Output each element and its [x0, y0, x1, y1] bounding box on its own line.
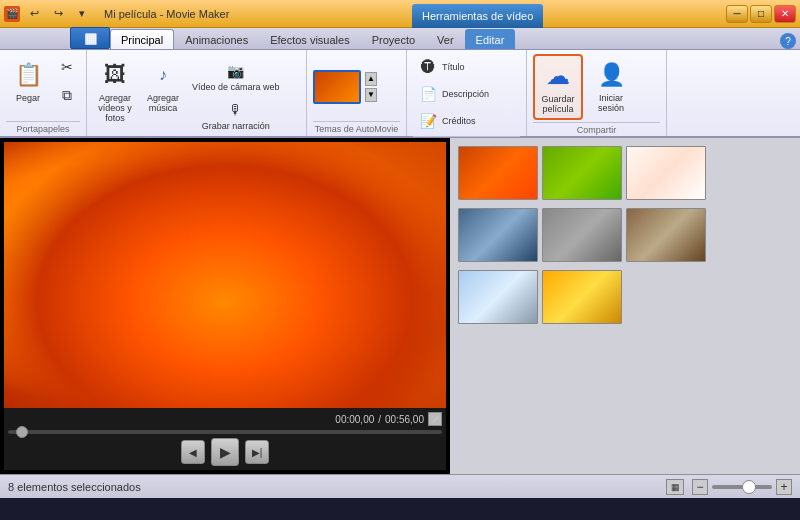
time-current: 00:00,00	[335, 414, 374, 425]
tab-editar[interactable]: Editar	[465, 29, 516, 49]
ribbon: 📋 Pegar ✂ ⧉ Portapapeles 🖼 Agregar vídeo…	[0, 50, 800, 138]
thumb-tulips[interactable]	[542, 270, 622, 324]
next-frame-button[interactable]: ▶|	[245, 440, 269, 464]
app-icon: 🎬	[4, 6, 20, 22]
redo-button[interactable]: ↪	[48, 5, 68, 23]
creditos-icon: 📝	[418, 111, 438, 131]
play-button[interactable]: ▶	[211, 438, 239, 466]
time-separator: /	[378, 414, 381, 425]
ribbon-section-compartir: ☁ Guardar película 👤 Iniciar sesión Comp…	[527, 50, 667, 136]
ribbon-tabs: ▦ Principal Animaciones Efectos visuales…	[0, 28, 800, 50]
thumb-jellyfish[interactable]	[458, 208, 538, 262]
music-icon: ♪	[147, 59, 179, 91]
creditos-button[interactable]: 📝 Créditos	[413, 108, 520, 134]
progress-bar[interactable]	[8, 430, 442, 434]
timeline-view-button[interactable]: ▦	[666, 479, 684, 495]
descripcion-icon: 📄	[418, 84, 438, 104]
titulo-icon: 🅣	[418, 57, 438, 77]
user-icon: 👤	[595, 59, 627, 91]
video-photos-icon: 🖼	[99, 59, 131, 91]
video-camara-button[interactable]: 📷 Vídeo de cámara web	[189, 58, 283, 95]
flower-image	[4, 142, 446, 408]
zoom-slider[interactable]	[712, 485, 772, 489]
descripcion-button[interactable]: 📄 Descripción	[413, 81, 520, 107]
automovie-nav-down[interactable]: ▼	[365, 88, 377, 102]
copy-button[interactable]: ⧉	[54, 82, 80, 108]
zoom-in-button[interactable]: +	[776, 479, 792, 495]
webcam-icon: 📷	[226, 61, 246, 81]
selection-status: 8 elementos seleccionados	[8, 481, 141, 493]
pegar-button[interactable]: 📋 Pegar	[6, 54, 50, 108]
agregar-musica-button[interactable]: ♪ Agregar música	[141, 54, 185, 118]
zoom-thumb[interactable]	[742, 480, 756, 494]
video-preview: 00:00,00 / 00:56,00 ⤢ ◀ ▶ ▶|	[0, 138, 450, 474]
microphone-icon: 🎙	[226, 100, 246, 120]
ribbon-section-portapapeles: 📋 Pegar ✂ ⧉ Portapapeles	[0, 50, 87, 136]
thumb-flower-green[interactable]	[542, 146, 622, 200]
title-bar: 🎬 ↩ ↪ ▾ Mi película - Movie Maker Herram…	[0, 0, 800, 28]
playback-controls: ◀ ▶ ▶|	[8, 438, 442, 466]
copy-icon: ⧉	[57, 85, 77, 105]
thumb-castle[interactable]	[626, 208, 706, 262]
tab-proyecto[interactable]: Proyecto	[361, 29, 426, 49]
tab-animaciones[interactable]: Animaciones	[174, 29, 259, 49]
thumb-koala[interactable]	[542, 208, 622, 262]
ribbon-section-edicion: 🅣 Título 📄 Descripción 📝 Créditos Edició…	[407, 50, 527, 136]
video-controls: 00:00,00 / 00:56,00 ⤢ ◀ ▶ ▶|	[4, 408, 446, 470]
tab-ver[interactable]: Ver	[426, 29, 465, 49]
zoom-out-button[interactable]: −	[692, 479, 708, 495]
agregar-videos-button[interactable]: 🖼 Agregar vídeos y fotos	[93, 54, 137, 128]
titulo-button[interactable]: 🅣 Título	[413, 54, 520, 80]
app-menu-button[interactable]: ▦	[70, 27, 110, 49]
window-title: Mi película - Movie Maker	[104, 8, 229, 20]
maximize-button[interactable]: □	[750, 5, 772, 23]
thumb-row-1	[458, 146, 792, 200]
zoom-control: − +	[692, 479, 792, 495]
cut-icon: ✂	[57, 57, 77, 77]
minimize-button[interactable]: ─	[726, 5, 748, 23]
thumb-penguins[interactable]	[458, 270, 538, 324]
title-bar-left: 🎬 ↩ ↪ ▾ Mi película - Movie Maker	[4, 5, 229, 23]
thumb-flower-white[interactable]	[626, 146, 706, 200]
undo-button[interactable]: ↩	[24, 5, 44, 23]
herramientas-label: Herramientas de vídeo	[412, 4, 543, 28]
iniciar-sesion-button[interactable]: 👤 Iniciar sesión	[589, 54, 633, 118]
thumb-row-3	[458, 270, 792, 324]
thumbnail-panel	[450, 138, 800, 474]
automovie-nav-up[interactable]: ▲	[365, 72, 377, 86]
ribbon-section-temas: ▲ ▼ Temas de AutoMovie	[307, 50, 407, 136]
cut-button[interactable]: ✂	[54, 54, 80, 80]
tab-principal[interactable]: Principal	[110, 29, 174, 49]
thumb-row-2	[458, 208, 792, 262]
paste-icon: 📋	[12, 59, 44, 91]
close-button[interactable]: ✕	[774, 5, 796, 23]
automovie-thumb-selected[interactable]	[313, 70, 361, 104]
help-button[interactable]: ?	[780, 33, 796, 49]
tab-efectos-visuales[interactable]: Efectos visuales	[259, 29, 360, 49]
video-canvas	[4, 142, 446, 408]
progress-thumb[interactable]	[16, 426, 28, 438]
prev-frame-button[interactable]: ◀	[181, 440, 205, 464]
thumb-flower-orange[interactable]	[458, 146, 538, 200]
guardar-pelicula-button[interactable]: ☁ Guardar película	[533, 54, 583, 120]
status-bar: 8 elementos seleccionados ▦ − +	[0, 474, 800, 498]
ribbon-section-agregar: 🖼 Agregar vídeos y fotos ♪ Agregar músic…	[87, 50, 307, 136]
save-quick-button[interactable]: ▾	[72, 5, 92, 23]
title-bar-controls[interactable]: ─ □ ✕	[726, 5, 796, 23]
time-total: 00:56,00	[385, 414, 424, 425]
grabar-narracion-button[interactable]: 🎙 Grabar narración	[189, 97, 283, 134]
cloud-save-icon: ☁	[542, 60, 574, 92]
main-content: 00:00,00 / 00:56,00 ⤢ ◀ ▶ ▶|	[0, 138, 800, 474]
expand-icon[interactable]: ⤢	[428, 412, 442, 426]
